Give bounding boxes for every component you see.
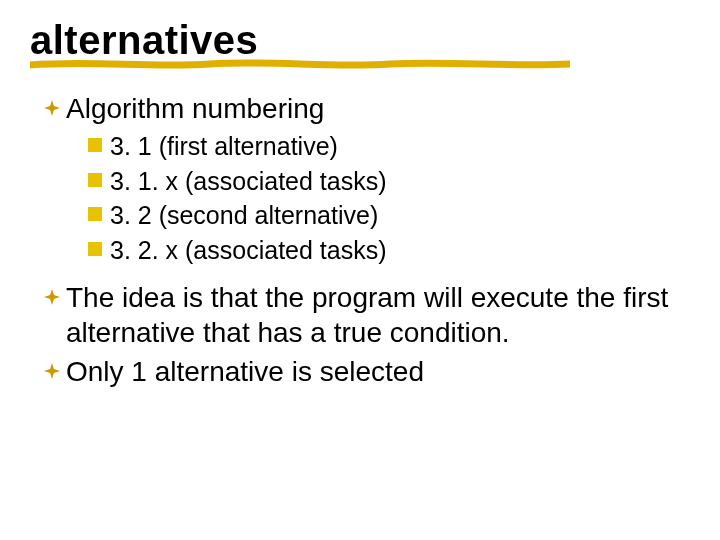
bullet-lvl2: 3. 2 (second alternative) <box>88 199 690 232</box>
sub-text: 3. 1 (first alternative) <box>110 130 338 163</box>
bullet-lvl1: The idea is that the program will execut… <box>44 280 690 350</box>
slide-title: alternatives <box>30 18 258 63</box>
slide: alternatives Algorithm numbering 3. 1 (f… <box>0 0 720 540</box>
content: Algorithm numbering 3. 1 (first alternat… <box>30 91 690 389</box>
bullet-text: Only 1 alternative is selected <box>66 354 424 389</box>
bullet-lvl2: 3. 1. x (associated tasks) <box>88 165 690 198</box>
lower-block: The idea is that the program will execut… <box>44 280 690 389</box>
title-wrap: alternatives <box>30 18 258 63</box>
sub-list: 3. 1 (first alternative) 3. 1. x (associ… <box>88 130 690 266</box>
bullet-lvl1: Algorithm numbering <box>44 91 690 126</box>
bullet-lvl2: 3. 2. x (associated tasks) <box>88 234 690 267</box>
bullet-lvl2: 3. 1 (first alternative) <box>88 130 690 163</box>
bullet-text: Algorithm numbering <box>66 91 324 126</box>
bullet-lvl1: Only 1 alternative is selected <box>44 354 690 389</box>
sub-text: 3. 2 (second alternative) <box>110 199 378 232</box>
star-icon <box>44 100 60 116</box>
sub-text: 3. 2. x (associated tasks) <box>110 234 387 267</box>
star-icon <box>44 289 60 305</box>
star-icon <box>44 363 60 379</box>
bullet-text: The idea is that the program will execut… <box>66 280 690 350</box>
square-icon <box>88 242 102 256</box>
square-icon <box>88 173 102 187</box>
square-icon <box>88 207 102 221</box>
sub-text: 3. 1. x (associated tasks) <box>110 165 387 198</box>
square-icon <box>88 138 102 152</box>
